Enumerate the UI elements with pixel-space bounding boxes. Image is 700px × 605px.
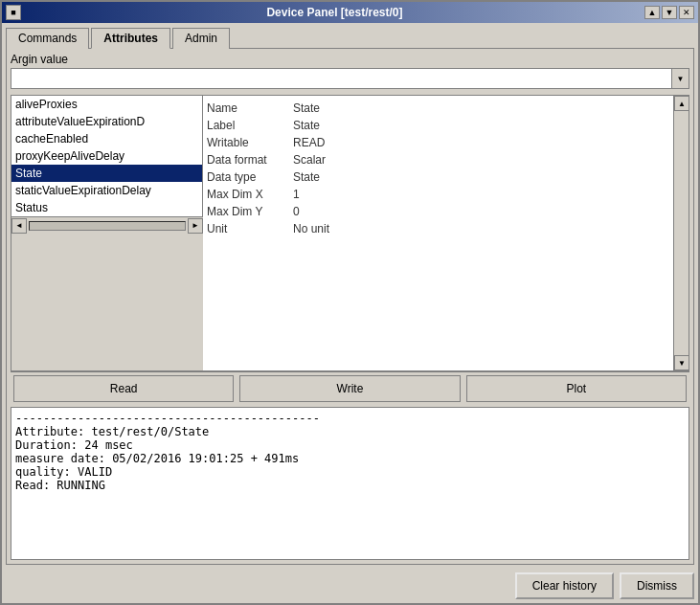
hscroll-bar: ◄ ► [11, 216, 203, 234]
main-window: ■ Device Panel [test/rest/0] ▲ ▼ ✕ Comma… [0, 0, 700, 605]
action-buttons: Read Write Plot [11, 371, 689, 405]
attribute-list-item[interactable]: staticValueExpirationDelay [11, 182, 202, 199]
tab-attributes[interactable]: Attributes [91, 28, 170, 49]
scroll-left-button[interactable]: ◄ [11, 218, 27, 234]
detail-value: State [293, 100, 320, 117]
attribute-list-item[interactable]: Status [11, 199, 202, 216]
scroll-right-button[interactable]: ► [188, 218, 203, 234]
detail-key: Data type [207, 168, 293, 186]
detail-key: Max Dim X [207, 186, 293, 203]
detail-row: WritableREAD [207, 134, 669, 151]
attribute-list-item[interactable]: State [11, 165, 202, 182]
title-bar: ■ Device Panel [test/rest/0] ▲ ▼ ✕ [2, 2, 698, 23]
detail-scroll-up-button[interactable]: ▲ [674, 96, 689, 111]
detail-value: Scalar [293, 151, 326, 168]
window-icon: ■ [6, 5, 21, 20]
attribute-list-item[interactable]: aliveProxies [11, 96, 202, 113]
attribute-detail: NameStateLabelStateWritableREADData form… [203, 96, 673, 370]
detail-row: UnitNo unit [207, 220, 669, 237]
detail-key: Data format [207, 151, 293, 168]
output-line: quality: VALID [15, 465, 685, 479]
bottom-buttons: Clear history Dismiss [2, 569, 698, 603]
read-button[interactable]: Read [13, 375, 234, 402]
argin-row: ▼ [11, 68, 689, 89]
attribute-list: aliveProxiesattributeValueExpirationDcac… [11, 96, 203, 216]
output-line: measure date: 05/02/2016 19:01:25 + 491m… [15, 452, 685, 465]
detail-value: 0 [293, 203, 300, 220]
attribute-list-item[interactable]: attributeValueExpirationD [11, 113, 202, 130]
detail-key: Max Dim Y [207, 203, 293, 220]
argin-label: Argin value [11, 53, 689, 66]
minimize-button[interactable]: ▼ [662, 6, 677, 19]
detail-row: LabelState [207, 117, 669, 134]
argin-dropdown-button[interactable]: ▼ [672, 68, 689, 89]
detail-scrollbar: ▲ ▼ [673, 96, 689, 370]
detail-key: Name [207, 100, 293, 117]
detail-value: 1 [293, 186, 300, 203]
restore-button[interactable]: ▲ [644, 6, 660, 19]
right-panel: NameStateLabelStateWritableREADData form… [203, 96, 689, 370]
argin-input[interactable] [11, 68, 672, 89]
title-buttons: ▲ ▼ ✕ [644, 6, 694, 19]
tab-commands[interactable]: Commands [6, 28, 89, 49]
detail-value: State [293, 168, 320, 186]
detail-row: Data formatScalar [207, 151, 669, 168]
left-panel: aliveProxiesattributeValueExpirationDcac… [11, 96, 203, 370]
detail-scroll-down-button[interactable]: ▼ [674, 355, 689, 370]
tab-admin[interactable]: Admin [172, 28, 230, 49]
output-line: Read: RUNNING [15, 479, 685, 492]
output-line: Duration: 24 msec [15, 438, 685, 452]
output-line: Attribute: test/rest/0/State [15, 425, 685, 438]
detail-key: Writable [207, 134, 293, 151]
output-area: ----------------------------------------… [11, 407, 689, 560]
attribute-list-item[interactable]: cacheEnabled [11, 130, 202, 147]
detail-row: Max Dim X1 [207, 186, 669, 203]
write-button[interactable]: Write [239, 375, 460, 402]
tab-content: Argin value ▼ aliveProxiesattributeValue… [6, 48, 694, 565]
detail-key: Label [207, 117, 293, 134]
detail-value: State [293, 117, 320, 134]
tab-bar: Commands Attributes Admin [2, 23, 698, 48]
main-panel: aliveProxiesattributeValueExpirationDcac… [11, 95, 689, 371]
dismiss-button[interactable]: Dismiss [620, 572, 694, 599]
hscroll-track[interactable] [29, 221, 186, 231]
clear-history-button[interactable]: Clear history [515, 572, 614, 599]
detail-value: READ [293, 134, 325, 151]
detail-row: Max Dim Y0 [207, 203, 669, 220]
detail-value: No unit [293, 220, 329, 237]
detail-scroll-track [674, 111, 689, 355]
close-button[interactable]: ✕ [679, 6, 694, 19]
plot-button[interactable]: Plot [466, 375, 687, 402]
detail-row: NameState [207, 100, 669, 117]
detail-row: Data typeState [207, 168, 669, 186]
attribute-list-item[interactable]: proxyKeepAliveDelay [11, 147, 202, 165]
detail-key: Unit [207, 220, 293, 237]
output-line: ----------------------------------------… [15, 412, 685, 425]
window-title: Device Panel [test/rest/0] [25, 6, 644, 19]
